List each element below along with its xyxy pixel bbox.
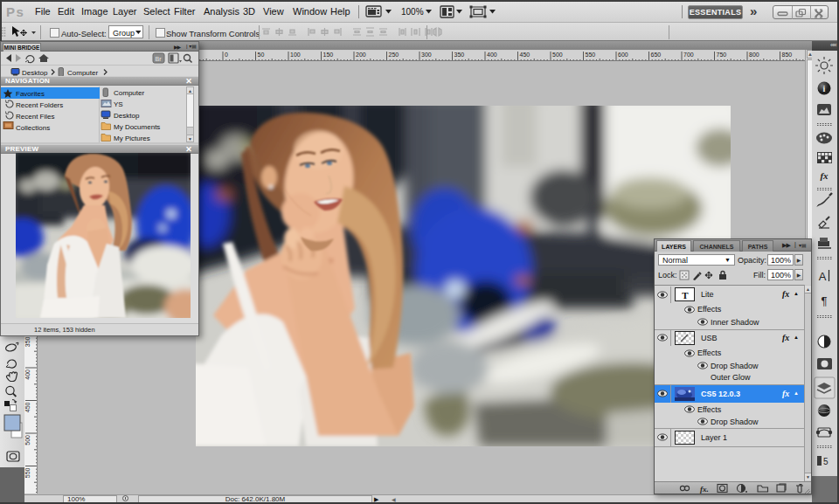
svg-text:750: 750 [717,52,727,58]
svg-text:fx.: fx. [700,485,709,494]
svg-text:400: 400 [24,369,31,380]
svg-text:Favorites: Favorites [16,90,45,98]
svg-text:800: 800 [749,52,759,58]
svg-text:Recent Files: Recent Files [16,113,54,121]
svg-text:450: 450 [24,402,31,412]
svg-text:550: 550 [24,467,31,478]
svg-text:300: 300 [421,52,432,58]
svg-text:Desktop: Desktop [114,112,140,120]
svg-text:250: 250 [389,52,399,58]
svg-text:100%: 100% [401,7,424,17]
svg-text:Recent Folders: Recent Folders [16,101,63,109]
svg-text:Br: Br [156,56,163,62]
svg-text:350: 350 [24,336,31,347]
svg-text:YS: YS [114,100,123,108]
svg-text:Collections: Collections [16,124,50,132]
svg-text:5: 5 [823,457,829,466]
svg-text:200: 200 [356,52,366,58]
svg-text:A: A [819,270,827,283]
svg-text:850: 850 [782,52,793,58]
svg-text:100: 100 [290,52,301,58]
svg-text:150: 150 [323,52,334,58]
svg-text:500: 500 [552,52,563,58]
svg-text:i: i [823,84,826,93]
svg-text:400: 400 [487,52,497,58]
svg-text:fx: fx [820,170,829,181]
svg-text:0: 0 [225,52,228,58]
svg-text:700: 700 [683,52,694,58]
svg-text:500: 500 [24,435,31,445]
svg-text:550: 550 [586,52,596,58]
svg-text:My Documents: My Documents [114,123,160,131]
svg-text:¶: ¶ [822,294,828,307]
svg-text:450: 450 [520,52,530,58]
svg-text:50: 50 [258,52,265,58]
svg-text:350: 350 [454,52,465,58]
svg-text:Computer: Computer [114,89,144,97]
svg-text:My Pictures: My Pictures [114,135,150,142]
svg-text:600: 600 [618,52,628,58]
svg-text:650: 650 [651,52,662,58]
